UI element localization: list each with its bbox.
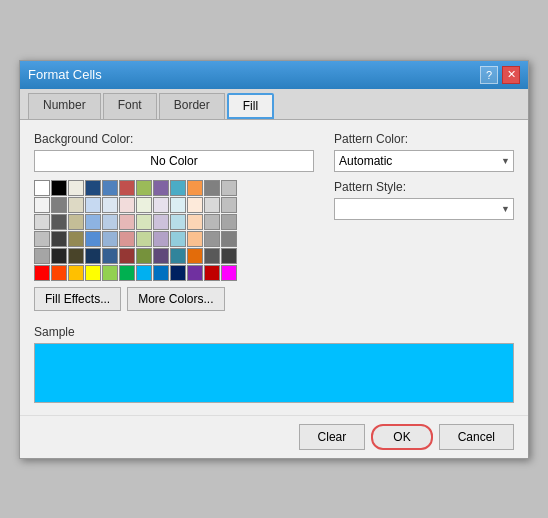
- color-row: [34, 231, 314, 247]
- color-cell[interactable]: [221, 248, 237, 264]
- color-cell[interactable]: [68, 231, 84, 247]
- color-cell[interactable]: [85, 197, 101, 213]
- color-cell[interactable]: [119, 214, 135, 230]
- color-cell[interactable]: [51, 248, 67, 264]
- color-cell[interactable]: [204, 248, 220, 264]
- color-cell[interactable]: [221, 180, 237, 196]
- color-cell[interactable]: [170, 248, 186, 264]
- color-row: [34, 197, 314, 213]
- color-cell[interactable]: [68, 197, 84, 213]
- color-cell[interactable]: [136, 231, 152, 247]
- color-cell[interactable]: [51, 265, 67, 281]
- fill-effects-button[interactable]: Fill Effects...: [34, 287, 121, 311]
- color-cell[interactable]: [85, 248, 101, 264]
- color-cell[interactable]: [153, 214, 169, 230]
- color-cell[interactable]: [119, 180, 135, 196]
- color-cell[interactable]: [136, 180, 152, 196]
- color-cell[interactable]: [85, 180, 101, 196]
- color-cell[interactable]: [85, 265, 101, 281]
- pattern-style-label: Pattern Style:: [334, 180, 514, 194]
- color-cell[interactable]: [34, 248, 50, 264]
- color-cell[interactable]: [102, 197, 118, 213]
- clear-button[interactable]: Clear: [299, 424, 366, 450]
- color-cell[interactable]: [153, 180, 169, 196]
- color-grid: [34, 180, 314, 281]
- color-cell[interactable]: [68, 248, 84, 264]
- no-color-button[interactable]: No Color: [34, 150, 314, 172]
- tab-font[interactable]: Font: [103, 93, 157, 119]
- color-cell[interactable]: [102, 265, 118, 281]
- color-cell[interactable]: [68, 180, 84, 196]
- color-cell[interactable]: [187, 180, 203, 196]
- color-cell[interactable]: [187, 231, 203, 247]
- color-cell[interactable]: [153, 231, 169, 247]
- color-cell[interactable]: [221, 265, 237, 281]
- color-cell[interactable]: [102, 248, 118, 264]
- color-cell[interactable]: [136, 197, 152, 213]
- color-cell[interactable]: [204, 180, 220, 196]
- color-cell[interactable]: [221, 231, 237, 247]
- color-cell[interactable]: [51, 180, 67, 196]
- color-cell[interactable]: [119, 265, 135, 281]
- tab-border[interactable]: Border: [159, 93, 225, 119]
- color-cell[interactable]: [51, 214, 67, 230]
- color-cell[interactable]: [34, 214, 50, 230]
- color-cell[interactable]: [136, 265, 152, 281]
- effects-buttons: Fill Effects... More Colors...: [34, 287, 314, 311]
- color-cell[interactable]: [102, 214, 118, 230]
- ok-button[interactable]: OK: [371, 424, 432, 450]
- color-cell[interactable]: [153, 248, 169, 264]
- pattern-color-select-wrapper: Automatic: [334, 150, 514, 172]
- color-cell[interactable]: [68, 265, 84, 281]
- color-cell[interactable]: [204, 197, 220, 213]
- color-cell[interactable]: [170, 265, 186, 281]
- sample-label: Sample: [34, 325, 514, 339]
- color-cell[interactable]: [34, 197, 50, 213]
- tab-number[interactable]: Number: [28, 93, 101, 119]
- color-cell[interactable]: [102, 180, 118, 196]
- help-button[interactable]: ?: [480, 66, 498, 84]
- color-cell[interactable]: [119, 197, 135, 213]
- close-button[interactable]: ✕: [502, 66, 520, 84]
- color-cell[interactable]: [85, 214, 101, 230]
- color-cell[interactable]: [153, 265, 169, 281]
- tab-fill[interactable]: Fill: [227, 93, 274, 119]
- color-cell[interactable]: [187, 265, 203, 281]
- color-cell[interactable]: [68, 214, 84, 230]
- color-cell[interactable]: [170, 214, 186, 230]
- color-cell[interactable]: [204, 265, 220, 281]
- color-cell[interactable]: [187, 248, 203, 264]
- color-cell[interactable]: [187, 214, 203, 230]
- color-cell[interactable]: [34, 231, 50, 247]
- color-row: [34, 180, 314, 196]
- pattern-color-select[interactable]: Automatic: [334, 150, 514, 172]
- color-cell[interactable]: [119, 231, 135, 247]
- color-cell[interactable]: [170, 180, 186, 196]
- color-cell[interactable]: [51, 231, 67, 247]
- sample-section: Sample: [34, 325, 514, 403]
- pattern-style-select[interactable]: [334, 198, 514, 220]
- color-cell[interactable]: [85, 231, 101, 247]
- color-cell[interactable]: [170, 197, 186, 213]
- color-cell[interactable]: [34, 265, 50, 281]
- color-cell[interactable]: [187, 197, 203, 213]
- tab-bar: Number Font Border Fill: [20, 89, 528, 120]
- color-cell[interactable]: [34, 180, 50, 196]
- color-cell[interactable]: [119, 248, 135, 264]
- more-colors-button[interactable]: More Colors...: [127, 287, 224, 311]
- title-bar: Format Cells ? ✕: [20, 61, 528, 89]
- cancel-button[interactable]: Cancel: [439, 424, 514, 450]
- color-cell[interactable]: [102, 231, 118, 247]
- color-cell[interactable]: [221, 214, 237, 230]
- color-cell[interactable]: [204, 231, 220, 247]
- color-cell[interactable]: [136, 214, 152, 230]
- color-cell[interactable]: [153, 197, 169, 213]
- color-cell[interactable]: [204, 214, 220, 230]
- color-cell[interactable]: [170, 231, 186, 247]
- color-cell[interactable]: [51, 197, 67, 213]
- pattern-style-select-wrapper: [334, 198, 514, 220]
- title-bar-buttons: ? ✕: [480, 66, 520, 84]
- main-columns: Background Color: No Color Fill Effects.…: [34, 132, 514, 311]
- color-cell[interactable]: [221, 197, 237, 213]
- color-cell[interactable]: [136, 248, 152, 264]
